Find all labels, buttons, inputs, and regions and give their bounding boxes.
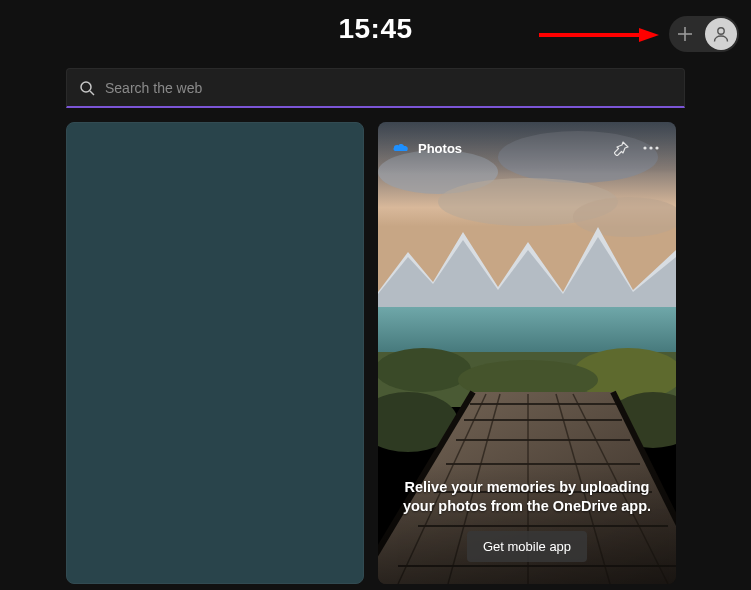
more-icon [643, 146, 659, 150]
add-button[interactable] [671, 18, 699, 50]
person-icon [711, 24, 731, 44]
svg-point-4 [718, 28, 724, 34]
empty-widget-card[interactable] [66, 122, 364, 584]
photos-widget-card[interactable]: Photos Relive your memories by uploading… [378, 122, 676, 584]
photos-card-title: Photos [418, 141, 462, 156]
svg-point-37 [649, 146, 652, 149]
annotation-arrow [539, 28, 659, 58]
clock-time: 15:45 [338, 13, 412, 45]
get-mobile-app-button[interactable]: Get mobile app [467, 531, 587, 562]
search-input[interactable] [105, 80, 672, 96]
svg-point-36 [643, 146, 646, 149]
plus-icon [676, 25, 694, 43]
svg-point-16 [378, 348, 471, 392]
pin-icon [614, 141, 629, 156]
search-bar[interactable] [66, 68, 685, 108]
account-button[interactable] [705, 18, 737, 50]
photos-card-message: Relive your memories by uploading your p… [394, 478, 660, 517]
search-icon [79, 80, 95, 96]
svg-line-6 [90, 91, 94, 95]
onedrive-icon [392, 139, 410, 157]
svg-point-38 [655, 146, 658, 149]
pin-button[interactable] [610, 137, 632, 159]
svg-marker-1 [639, 28, 659, 42]
more-button[interactable] [640, 137, 662, 159]
account-group [669, 16, 739, 52]
svg-point-5 [81, 82, 91, 92]
